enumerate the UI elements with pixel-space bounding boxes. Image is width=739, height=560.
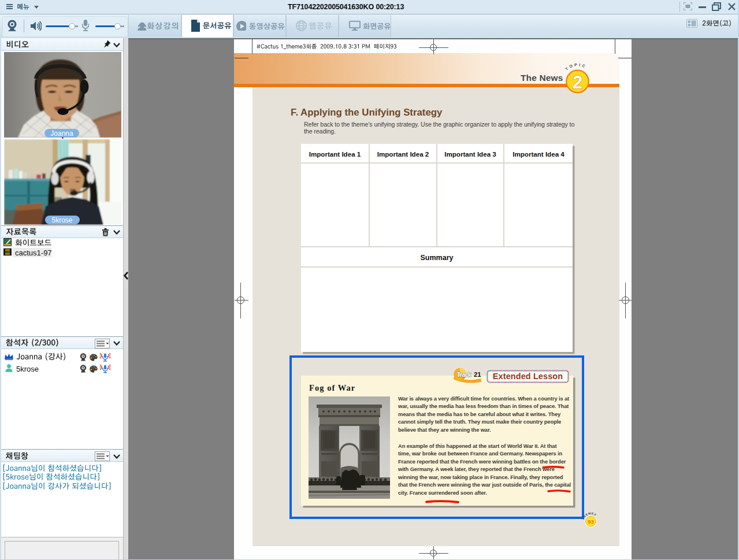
svg-text:TOPIC: TOPIC: [565, 62, 588, 71]
svg-text:93: 93: [588, 518, 594, 525]
svg-text:21: 21: [474, 371, 481, 378]
svg-text:Track: Track: [457, 372, 471, 378]
svg-text:IMG: IMG: [5, 250, 10, 254]
svg-text:Extended Lesson: Extended Lesson: [493, 372, 563, 381]
svg-text:2: 2: [573, 72, 582, 92]
